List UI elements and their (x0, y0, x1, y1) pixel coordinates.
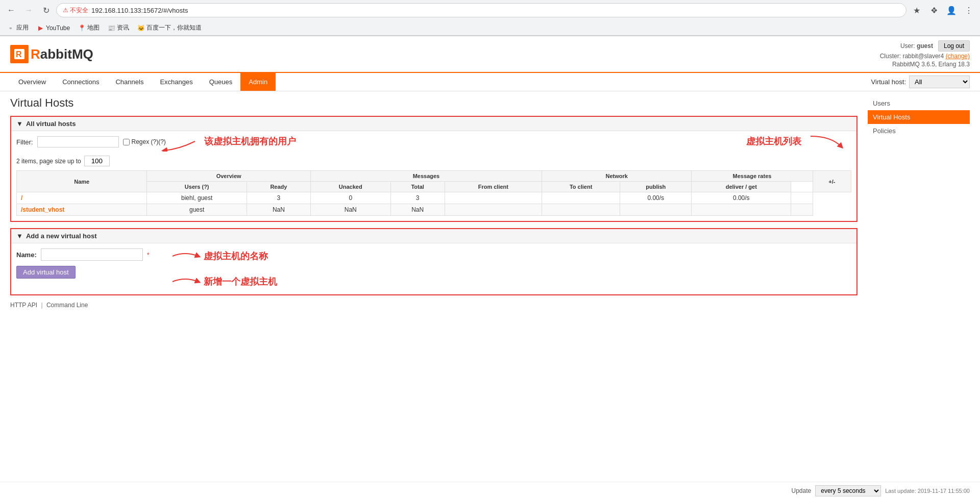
vhost-ready-cell: NaN (247, 204, 310, 216)
th-message-rates: Message rates (692, 171, 813, 182)
logo-area: R RabbitMQ (10, 45, 93, 63)
th-plus-minus[interactable]: +/- (813, 171, 851, 192)
vhost-name-input[interactable] (41, 248, 143, 261)
cluster-info: Cluster: rabbit@slaver4 (change) (880, 53, 970, 60)
add-vhost-header[interactable]: ▼ Add a new virtual host (11, 229, 856, 243)
all-vhosts-content: Filter: Regex (?)(?) (11, 131, 856, 221)
reload-button[interactable]: ↻ (39, 3, 53, 17)
logo-icon: R (10, 45, 29, 63)
vhost-publish-cell: 0.00/s (620, 192, 692, 204)
command-line-link[interactable]: Command Line (46, 302, 88, 309)
bookmarks-bar: ▫ 应用 ▶ YouTube 📍 地图 📰 资讯 🐱 百度一下，你就知道 (0, 20, 980, 36)
logout-button[interactable]: Log out (938, 40, 970, 52)
sidebar-users-link[interactable]: Users (868, 96, 970, 110)
header-right: User: guest Log out Cluster: rabbit@slav… (880, 40, 970, 68)
name-annotation: 虚拟主机的名称 (170, 248, 277, 264)
bookmark-baidu[interactable]: 🐱 百度一下，你就知道 (134, 22, 205, 33)
vhost-from-client-cell (445, 204, 542, 216)
vhosts-table-wrapper: Name Overview Messages Network Message r… (16, 170, 851, 216)
update-label: Update (792, 487, 812, 494)
extensions-button[interactable]: ❖ (927, 3, 941, 17)
sidebar-users-section: Users Virtual Hosts Policies (868, 96, 970, 138)
th-from-client: From client (445, 182, 542, 192)
sidebar-virtual-hosts-link[interactable]: Virtual Hosts (868, 110, 970, 124)
required-star: * (147, 251, 150, 259)
browser-toolbar: ← → ↻ ⚠ 不安全 192.168.110.133:15672/#/vhos… (0, 0, 980, 20)
vhost-users-cell: biehl, guest (147, 192, 247, 204)
nav-queues[interactable]: Queues (201, 73, 241, 91)
vhost-selector: Virtual host: All / /student_vhost (871, 76, 970, 88)
back-button[interactable]: ← (4, 3, 18, 17)
add-vhost-content: Name: * Add virtual host (11, 243, 856, 294)
main-content: Virtual Hosts ▼ All virtual hosts Filter… (10, 96, 857, 477)
vhost-to-client-cell (542, 204, 620, 216)
th-network: Network (542, 171, 692, 182)
nav-overview[interactable]: Overview (10, 73, 54, 91)
vhost-total-cell: NaN (390, 204, 445, 216)
bookmark-maps[interactable]: 📍 地图 (75, 22, 103, 33)
th-overview: Overview (147, 171, 310, 182)
page-info: 2 items, page size up to 100 (16, 156, 851, 166)
regex-checkbox[interactable] (123, 139, 130, 145)
th-to-client: To client (542, 182, 620, 192)
nav-connections[interactable]: Connections (54, 73, 107, 91)
page-info-text: 2 items, page size up to (16, 158, 81, 165)
vhost-deliver-get-cell (692, 204, 791, 216)
add-btn-row: Add virtual host (16, 266, 150, 279)
baidu-icon: 🐱 (137, 24, 144, 32)
address-bar[interactable]: ⚠ 不安全 192.168.110.133:15672/#/vhosts (56, 3, 906, 17)
vhost-name-cell[interactable]: / (17, 192, 147, 204)
th-name: Name (17, 171, 147, 192)
vhostlist-arrow-svg (805, 131, 846, 152)
vhost-action-cell (791, 192, 813, 204)
filter-input[interactable] (37, 136, 119, 147)
vhost-label: Virtual host: (871, 78, 906, 86)
nav-admin[interactable]: Admin (240, 73, 276, 91)
name-label: Name: (16, 251, 37, 259)
forward-button[interactable]: → (21, 3, 36, 17)
app-container: R RabbitMQ User: guest Log out Cluster: … (0, 36, 980, 499)
all-vhosts-header[interactable]: ▼ All virtual hosts (11, 117, 856, 131)
bookmark-youtube[interactable]: ▶ YouTube (34, 23, 73, 33)
version-info: RabbitMQ 3.6.5, Erlang 18.3 (892, 61, 970, 68)
bottom-bar: Update every 5 seconds every 10 seconds … (0, 482, 980, 499)
nav-exchanges[interactable]: Exchanges (152, 73, 201, 91)
collapse-arrow: ▼ (16, 120, 23, 128)
http-api-link[interactable]: HTTP API (10, 302, 37, 309)
name-arrow-svg (170, 248, 201, 264)
update-select[interactable]: every 5 seconds every 10 seconds every 3… (815, 485, 881, 496)
add-arrow-svg (170, 274, 201, 289)
user-info: User: guest (900, 42, 933, 49)
sidebar: Users Virtual Hosts Policies (868, 96, 970, 477)
page-size-input[interactable]: 100 (84, 156, 110, 166)
th-users: Users (?) (147, 182, 247, 192)
cluster-change-link[interactable]: (change) (946, 53, 970, 60)
vhost-action-cell (791, 204, 813, 216)
profile-button[interactable]: 👤 (944, 3, 959, 17)
users-annotation: 该虚拟主机拥有的用户 (159, 131, 296, 152)
sidebar-policies-link[interactable]: Policies (868, 124, 970, 138)
table-row: / biehl, guest 3 0 3 0.00/s 0.00/s (17, 192, 851, 204)
nav-channels[interactable]: Channels (107, 73, 152, 91)
rabbitmq-logo-svg: R (13, 48, 26, 60)
th-total: Total (390, 182, 445, 192)
vhost-select[interactable]: All / /student_vhost (909, 76, 970, 88)
add-vhost-title: Add a new virtual host (26, 232, 97, 240)
users-arrow-svg (159, 131, 200, 152)
apps-icon: ▫ (7, 24, 14, 32)
all-vhosts-section: ▼ All virtual hosts Filter: Regex ( (10, 116, 857, 222)
youtube-icon: ▶ (37, 24, 44, 32)
main-nav: Overview Connections Channels Exchanges … (0, 73, 980, 91)
bookmark-star-button[interactable]: ★ (910, 3, 924, 17)
vhost-total-cell: 3 (390, 192, 445, 204)
security-warning: ⚠ 不安全 (63, 6, 88, 15)
add-vhost-section: ▼ Add a new virtual host Name: * Add v (10, 228, 857, 295)
vhost-name-cell[interactable]: /student_vhost (17, 204, 147, 216)
bookmark-news[interactable]: 📰 资讯 (105, 22, 132, 33)
add-virtual-host-button[interactable]: Add virtual host (16, 266, 76, 279)
vhost-from-client-cell (445, 192, 542, 204)
bookmark-apps[interactable]: ▫ 应用 (4, 22, 32, 33)
last-update: Last update: 2019-11-17 11:55:00 (885, 488, 970, 494)
page-title: Virtual Hosts (10, 96, 857, 110)
menu-button[interactable]: ⋮ (962, 3, 976, 17)
